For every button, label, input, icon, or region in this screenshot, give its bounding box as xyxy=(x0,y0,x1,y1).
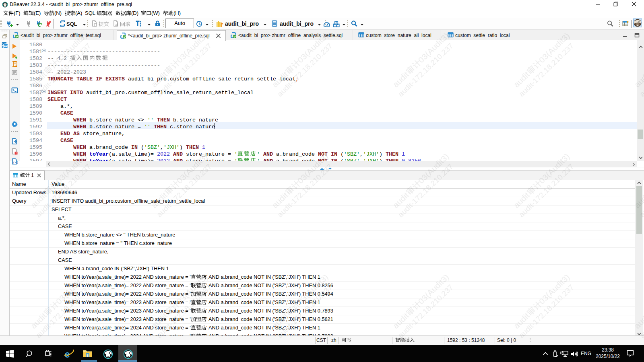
svg-text:(x): (x) xyxy=(13,161,18,164)
